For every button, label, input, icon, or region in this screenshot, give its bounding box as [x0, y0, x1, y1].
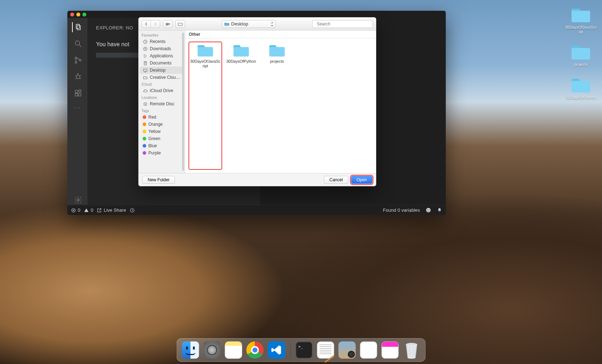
- svg-rect-1: [77, 25, 80, 30]
- more-icon[interactable]: ···: [74, 105, 81, 111]
- status-history[interactable]: [130, 208, 135, 213]
- source-control-icon[interactable]: [72, 55, 82, 65]
- settings-gear-icon[interactable]: [72, 195, 82, 205]
- folder-icon: [196, 44, 214, 58]
- desktop-folder-item[interactable]: 30DaysOfPython: [566, 77, 596, 100]
- view-mode-button[interactable]: ▦▾: [163, 20, 172, 28]
- sidebar-item[interactable]: iCloud Drive: [140, 87, 184, 94]
- tag-item[interactable]: Yellow: [140, 128, 184, 135]
- folder-icon: [232, 44, 250, 58]
- section-icloud: iCloud: [139, 81, 185, 87]
- sidebar-item[interactable]: Desktop: [140, 67, 184, 74]
- sidebar-item-label: Applications: [150, 53, 173, 58]
- desktop-icon: [143, 68, 148, 73]
- sidebar-item[interactable]: Downloads: [140, 45, 184, 52]
- svg-point-29: [144, 102, 147, 106]
- dock-vscode[interactable]: [267, 341, 286, 359]
- search-field[interactable]: [312, 20, 373, 28]
- location-dropdown[interactable]: Desktop ▲▼: [222, 20, 276, 28]
- status-bell-icon[interactable]: [437, 207, 442, 213]
- tag-label: Red: [148, 115, 156, 120]
- sidebar-item[interactable]: Recents: [140, 38, 184, 45]
- tag-color-dot: [143, 151, 146, 155]
- search-icon[interactable]: [72, 39, 82, 49]
- dialog-toolbar: ▦▾ Desktop ▲▼: [139, 18, 376, 30]
- svg-point-12: [77, 199, 79, 201]
- folder-label: projects: [270, 59, 284, 64]
- dock-photo[interactable]: [338, 341, 357, 359]
- tag-color-dot: [143, 144, 146, 148]
- new-folder-button[interactable]: New Folder: [142, 176, 175, 184]
- window-thumbnail-icon: [382, 341, 399, 359]
- sidebar-item[interactable]: Documents: [140, 59, 184, 67]
- group-by-button[interactable]: [175, 20, 185, 28]
- svg-point-2: [75, 41, 80, 45]
- sidebar-item[interactable]: Applications: [140, 52, 184, 59]
- close-icon[interactable]: [70, 13, 74, 16]
- sidebar-item[interactable]: Creative Clou…: [140, 74, 184, 81]
- folder-label: 30DaysOfPython: [226, 59, 256, 64]
- folder-item[interactable]: projects: [261, 42, 293, 169]
- tag-item[interactable]: Red: [140, 114, 184, 121]
- desktop-folder-item[interactable]: projects: [570, 44, 592, 67]
- minimize-icon[interactable]: [76, 13, 80, 16]
- dock-launchpad[interactable]: [203, 341, 221, 359]
- sidebar-item-label: Documents: [150, 61, 172, 66]
- svg-point-17: [426, 208, 431, 212]
- status-liveshare[interactable]: Live Share: [97, 207, 126, 213]
- nav-forward-button[interactable]: [151, 20, 160, 28]
- status-found-variables[interactable]: Found 0 variables: [383, 207, 420, 213]
- status-feedback-icon[interactable]: [426, 207, 431, 213]
- extensions-icon[interactable]: [72, 88, 82, 98]
- dock-finder[interactable]: [181, 341, 200, 359]
- nav-back-button[interactable]: [142, 20, 151, 28]
- dock-trash[interactable]: [402, 341, 421, 359]
- tag-label: Purple: [148, 150, 161, 155]
- sidebar-item[interactable]: Remote Disc: [140, 100, 184, 107]
- tag-color-dot: [143, 123, 146, 126]
- tag-item[interactable]: Blue: [140, 142, 184, 149]
- tag-label: Orange: [148, 122, 163, 127]
- nav-back-forward: [142, 20, 160, 28]
- folder-item[interactable]: 30DaysOfJavaScript: [189, 42, 222, 169]
- dock-textedit[interactable]: [316, 341, 335, 359]
- cancel-button[interactable]: Cancel: [324, 176, 348, 184]
- dock-terminal[interactable]: >_: [295, 341, 314, 359]
- window-thumbnail-icon: [360, 341, 377, 359]
- svg-rect-11: [79, 90, 81, 92]
- search-icon: [315, 22, 315, 26]
- tag-item[interactable]: Green: [140, 135, 184, 142]
- desktop-icons: 30DaysOfJavaScript projects 30DaysOfPyth…: [565, 7, 597, 100]
- tag-item[interactable]: Orange: [140, 121, 184, 128]
- tag-label: Green: [148, 136, 160, 141]
- search-input[interactable]: [317, 21, 371, 27]
- tag-color-dot: [143, 137, 146, 140]
- vscode-titlebar[interactable]: [67, 11, 446, 18]
- status-warnings[interactable]: 0: [84, 207, 93, 213]
- tag-item[interactable]: Purple: [140, 149, 184, 157]
- smiley-icon: [426, 207, 431, 213]
- content-header: Other: [185, 30, 376, 38]
- folder-icon: [178, 22, 183, 26]
- sidebar-item-label: iCloud Drive: [150, 88, 173, 93]
- maximize-icon[interactable]: [82, 13, 86, 16]
- section-favourites: Favourites: [139, 32, 185, 38]
- svg-point-5: [75, 62, 77, 63]
- folder-item[interactable]: 30DaysOfPython: [225, 42, 258, 169]
- svg-rect-27: [143, 69, 147, 71]
- dock-minimized-window[interactable]: [359, 341, 378, 359]
- dock-chrome[interactable]: [246, 341, 264, 359]
- dock-minimized-window[interactable]: [381, 341, 400, 359]
- status-errors[interactable]: 0: [71, 207, 80, 213]
- trash-icon: [403, 341, 420, 359]
- open-button[interactable]: Open: [351, 176, 372, 184]
- status-liveshare-label: Live Share: [104, 207, 126, 213]
- apps-icon: [143, 53, 148, 58]
- scrollbar[interactable]: [182, 33, 184, 171]
- explorer-icon[interactable]: [72, 22, 82, 32]
- dock-notes[interactable]: [224, 341, 243, 359]
- folder-icon: [570, 77, 592, 94]
- desktop-folder-item[interactable]: 30DaysOfJavaScript: [565, 7, 597, 34]
- debug-icon[interactable]: [72, 72, 82, 82]
- svg-point-4: [75, 57, 77, 59]
